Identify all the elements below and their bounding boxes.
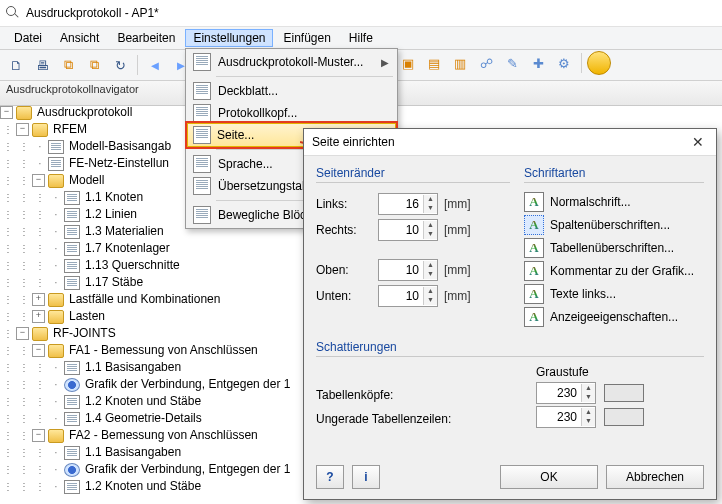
eye-icon: [64, 378, 80, 392]
font-option[interactable]: ANormalschrift...: [524, 191, 704, 213]
expander-icon[interactable]: −: [0, 106, 13, 119]
refresh-icon[interactable]: ↻: [108, 53, 132, 77]
spin-top[interactable]: ▲▼: [378, 259, 438, 281]
close-icon[interactable]: ✕: [688, 134, 708, 150]
menu-einstellungen[interactable]: Einstellungen: [185, 29, 273, 47]
menu-datei[interactable]: Datei: [6, 29, 50, 47]
tb2-a-icon[interactable]: ▣: [396, 51, 420, 75]
page-icon: [193, 206, 211, 224]
page-icon: [64, 276, 80, 290]
input-top[interactable]: [379, 261, 423, 279]
font-option[interactable]: ATexte links...: [524, 283, 704, 305]
tree-label: Modell-Basisangab: [68, 138, 171, 155]
tb2-d-icon[interactable]: ✎: [500, 51, 524, 75]
font-label: Kommentar zu der Grafik...: [550, 264, 694, 278]
help-button[interactable]: ?: [316, 465, 344, 489]
label-odd-rows: Ungerade Tabellenzeilen:: [316, 412, 474, 426]
font-option[interactable]: AKommentar zu der Grafik...: [524, 260, 704, 282]
label-bottom: Unten:: [316, 289, 372, 303]
cancel-button[interactable]: Abbrechen: [606, 465, 704, 489]
font-icon: A: [524, 238, 544, 258]
menu-hilfe[interactable]: Hilfe: [341, 29, 381, 47]
input-right[interactable]: [379, 221, 423, 239]
tree-label: 1.2 Knoten und Stäbe: [84, 393, 201, 410]
group-shading: Schattierungen: [316, 340, 704, 356]
font-option[interactable]: ASpaltenüberschriften...: [524, 214, 704, 236]
page-icon: [48, 140, 64, 154]
font-option[interactable]: ATabellenüberschriften...: [524, 237, 704, 259]
font-option[interactable]: AAnzeigeeigenschaften...: [524, 306, 704, 328]
spin-odd[interactable]: ▲▼: [536, 406, 596, 428]
menu-bearbeiten[interactable]: Bearbeiten: [109, 29, 183, 47]
eye-icon: [64, 463, 80, 477]
spin-heads[interactable]: ▲▼: [536, 382, 596, 404]
expander-icon[interactable]: −: [32, 429, 45, 442]
menu-item[interactable]: Deckblatt...: [188, 80, 395, 102]
tb2-gold-icon[interactable]: [587, 51, 611, 75]
page-icon: [193, 177, 211, 195]
font-icon: A: [524, 215, 544, 235]
tree-label: 1.1 Knoten: [84, 189, 143, 206]
export-icon[interactable]: ⧉: [56, 53, 80, 77]
menu-ansicht[interactable]: Ansicht: [52, 29, 107, 47]
menu-item-label: Protokollkopf...: [218, 106, 297, 120]
expander-icon[interactable]: +: [32, 293, 45, 306]
tb2-e-icon[interactable]: ✚: [526, 51, 550, 75]
tree-label: 1.2 Linien: [84, 206, 137, 223]
swatch-heads: [604, 384, 644, 402]
tb2-link-icon[interactable]: ☍: [474, 51, 498, 75]
input-heads[interactable]: [537, 384, 581, 402]
group-margins: Seitenränder: [316, 166, 510, 182]
expander-icon[interactable]: −: [16, 123, 29, 136]
page-icon: [64, 191, 80, 205]
tb2-f-icon[interactable]: ⚙: [552, 51, 576, 75]
spin-right[interactable]: ▲▼: [378, 219, 438, 241]
font-label: Spaltenüberschriften...: [550, 218, 670, 232]
expander-icon[interactable]: −: [32, 344, 45, 357]
spin-bottom[interactable]: ▲▼: [378, 285, 438, 307]
expander-icon[interactable]: −: [32, 174, 45, 187]
label-left: Links:: [316, 197, 372, 211]
input-odd[interactable]: [537, 408, 581, 426]
font-icon: A: [524, 192, 544, 212]
export2-icon[interactable]: ⧉: [82, 53, 106, 77]
info-button[interactable]: i: [352, 465, 380, 489]
input-left[interactable]: [379, 195, 423, 213]
menu-item[interactable]: Protokollkopf...: [188, 102, 395, 124]
tb2-b-icon[interactable]: ▤: [422, 51, 446, 75]
folder-icon: [48, 174, 64, 188]
folder-icon: [48, 344, 64, 358]
tree-label: 1.17 Stäbe: [84, 274, 143, 291]
folder-icon: [16, 106, 32, 120]
menu-item[interactable]: Ausdruckprotokoll-Muster...▶: [188, 51, 395, 73]
tree-label: 1.1 Basisangaben: [84, 359, 181, 376]
page-icon: [64, 242, 80, 256]
folder-icon: [48, 293, 64, 307]
expander-icon[interactable]: +: [32, 310, 45, 323]
folder-icon: [32, 327, 48, 341]
page-icon: [64, 225, 80, 239]
ok-button[interactable]: OK: [500, 465, 598, 489]
expander-icon[interactable]: −: [16, 327, 29, 340]
new-icon[interactable]: 🗋: [4, 53, 28, 77]
prev-icon[interactable]: ◄: [143, 53, 167, 77]
open-icon[interactable]: 🖶: [30, 53, 54, 77]
tree-label: 1.4 Geometrie-Details: [84, 410, 202, 427]
tree-label: RF-JOINTS: [52, 325, 116, 342]
menu-item-label: Sprache...: [218, 157, 273, 171]
spin-left[interactable]: ▲▼: [378, 193, 438, 215]
unit: [mm]: [444, 197, 471, 211]
swatch-odd: [604, 408, 644, 426]
tb2-c-icon[interactable]: ▥: [448, 51, 472, 75]
tree-label: FE-Netz-Einstellun: [68, 155, 169, 172]
tree-label: 1.13 Querschnitte: [84, 257, 180, 274]
page-icon: [193, 82, 211, 100]
page-icon: [64, 412, 80, 426]
tree-label: Grafik der Verbindung, Entgegen der 1: [84, 461, 290, 478]
label-table-heads: Tabellenköpfe:: [316, 388, 474, 402]
input-bottom[interactable]: [379, 287, 423, 305]
tree-label: 1.1 Basisangaben: [84, 444, 181, 461]
toolbar-secondary: ▣ ▤ ▥ ☍ ✎ ✚ ⚙: [396, 48, 611, 78]
dialog-title: Seite einrichten: [312, 135, 395, 149]
menu-einfügen[interactable]: Einfügen: [275, 29, 338, 47]
